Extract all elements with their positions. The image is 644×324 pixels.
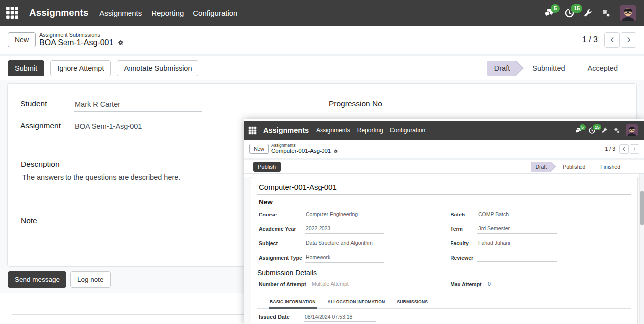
inner-user-avatar[interactable] xyxy=(626,124,638,136)
inner-window: Assignments Assignments Reporting Config… xyxy=(244,119,644,324)
batch-label: Batch xyxy=(451,211,477,217)
inner-messages-badge: 5 xyxy=(580,124,586,131)
pager-count: 1 / 3 xyxy=(582,35,598,44)
submission-details-heading: Submission Details xyxy=(258,269,631,277)
menu-reporting[interactable]: Reporting xyxy=(151,9,184,17)
academic-year-field[interactable]: 2022-2023 xyxy=(305,225,384,234)
inner-breadcrumb-parent[interactable]: Assignments xyxy=(271,143,338,148)
inner-pager-previous-button[interactable] xyxy=(619,144,629,154)
inner-main-menu: Assignments Reporting Configuration xyxy=(316,127,425,134)
description-label: Description xyxy=(21,160,60,169)
term-field[interactable]: 3rd Semester xyxy=(477,225,557,234)
settings-gears-icon[interactable] xyxy=(602,9,610,17)
status-accepted[interactable]: Accepted xyxy=(580,61,625,76)
tab-submissions[interactable]: SUBMISSIONS xyxy=(396,297,429,309)
reviewer-label: Reviewer xyxy=(451,254,477,261)
issued-date-field[interactable]: 08/14/2024 07:53:18 xyxy=(304,314,376,322)
inner-menu-assignments[interactable]: Assignments xyxy=(316,127,350,134)
issued-date-label: Issued Date xyxy=(259,314,304,322)
outer-action-bar: Submit Ignore Attempt Annotate Submissio… xyxy=(0,56,644,80)
chevron-right-icon xyxy=(632,146,637,152)
inner-menu-configuration[interactable]: Configuration xyxy=(390,127,425,134)
user-avatar[interactable] xyxy=(620,5,636,21)
note-label: Note xyxy=(21,216,37,225)
inner-scrollbar-track[interactable] xyxy=(639,174,644,324)
tab-basic-information[interactable]: BASIC INFORMATION xyxy=(269,297,317,309)
status-draft[interactable]: Draft xyxy=(487,61,516,76)
activities-clock-icon[interactable]: 15 xyxy=(564,8,575,18)
new-button[interactable]: New xyxy=(8,32,36,47)
student-field[interactable]: Mark R Carter xyxy=(74,100,202,112)
pager-previous-button[interactable] xyxy=(604,32,620,48)
status-bar: Draft Submitted Accepted xyxy=(487,61,636,76)
apps-grid-icon[interactable] xyxy=(6,6,19,19)
inner-breadcrumb-current: Computer-001-Asg-001 xyxy=(271,148,331,154)
inner-pager-next-button[interactable] xyxy=(630,144,639,154)
inner-messages-icon[interactable]: 5 xyxy=(575,127,582,134)
number-of-attempt-label: Number of Attempt xyxy=(259,281,311,287)
inner-activities-clock-icon[interactable]: 15 xyxy=(588,127,596,134)
inner-status-published[interactable]: Published xyxy=(557,162,591,172)
outer-navbar-systray: 5 15 xyxy=(544,5,639,21)
app-name[interactable]: Assignments xyxy=(29,7,88,18)
send-message-button[interactable]: Send message xyxy=(8,271,66,288)
assignment-form-sheet: Computer-001-Asg-001 New CourseComputer … xyxy=(251,177,638,324)
publish-button[interactable]: Publish xyxy=(253,162,281,172)
ignore-attempt-button[interactable]: Ignore Attempt xyxy=(50,60,111,76)
inner-status-bar: Draft Published Finished xyxy=(531,162,635,172)
messages-icon[interactable]: 5 xyxy=(544,8,555,18)
inner-breadcrumb-bar: New Assignments Computer-001-Asg-001 1 /… xyxy=(244,140,644,158)
inner-record-actions-gear-icon[interactable] xyxy=(333,149,338,154)
assignment-type-field[interactable]: Homework xyxy=(305,254,384,263)
outer-breadcrumb-bar: New Assignment Submissions BOA Sem-1-Asg… xyxy=(0,26,644,54)
reviewer-field[interactable] xyxy=(477,254,557,262)
inner-activities-badge: 15 xyxy=(593,124,601,131)
breadcrumb-parent[interactable]: Assignment Submissions xyxy=(39,32,124,38)
breadcrumb-current: BOA Sem-1-Asg-001 xyxy=(39,38,113,47)
inner-status-draft[interactable]: Draft xyxy=(531,162,551,172)
max-attempt-field[interactable]: 0 xyxy=(487,281,630,289)
term-label: Term xyxy=(451,225,477,232)
menu-assignments[interactable]: Assignments xyxy=(99,9,142,17)
annotate-submission-button[interactable]: Annotate Submission xyxy=(117,60,198,76)
inner-apps-grid-icon[interactable] xyxy=(248,126,257,135)
assignment-title-field[interactable]: Computer-001-Asg-001 xyxy=(257,182,631,195)
inner-app-name[interactable]: Assignments xyxy=(263,126,309,134)
inner-debug-wrench-icon[interactable] xyxy=(602,127,608,133)
inner-scrollbar-thumb[interactable] xyxy=(640,191,644,225)
course-field[interactable]: Computer Engineering xyxy=(305,211,384,219)
record-pager: 1 / 3 xyxy=(582,32,636,48)
submit-button[interactable]: Submit xyxy=(8,60,44,76)
course-label: Course xyxy=(259,211,305,217)
debug-wrench-icon[interactable] xyxy=(584,9,592,17)
chevron-right-icon xyxy=(625,36,633,44)
pager-next-button[interactable] xyxy=(621,32,636,48)
log-note-button[interactable]: Log note xyxy=(70,271,111,288)
faculty-field[interactable]: Fahad Juhani xyxy=(477,240,557,248)
inner-settings-gears-icon[interactable] xyxy=(614,127,620,133)
menu-configuration[interactable]: Configuration xyxy=(193,9,237,17)
subject-label: Subject xyxy=(259,240,305,246)
batch-field[interactable]: COMP Batch xyxy=(477,211,557,219)
tab-allocation-infomation[interactable]: ALLOCATION INFOMATION xyxy=(327,297,386,309)
inner-menu-reporting[interactable]: Reporting xyxy=(357,127,383,134)
status-submitted[interactable]: Submitted xyxy=(525,61,572,76)
progression-no-field[interactable] xyxy=(405,100,529,113)
max-attempt-label: Max Attempt xyxy=(451,281,487,287)
inner-breadcrumb: Assignments Computer-001-Asg-001 xyxy=(271,143,338,154)
record-actions-gear-icon[interactable] xyxy=(117,39,124,46)
inner-status-finished[interactable]: Finished xyxy=(595,162,626,172)
inner-new-button[interactable]: New xyxy=(249,144,269,154)
progression-no-label: Progression No xyxy=(329,99,382,108)
subject-field[interactable]: Data Structure and Algorithm xyxy=(305,240,384,248)
number-of-attempt-field[interactable]: Multiple Attempt xyxy=(311,281,438,289)
assignment-fields: CourseComputer Engineering BatchCOMP Bat… xyxy=(257,210,631,263)
chevron-left-icon xyxy=(608,36,616,44)
assignment-label: Assignment xyxy=(20,121,61,130)
chevron-left-icon xyxy=(621,146,627,152)
assignment-type-label: Assignment Type xyxy=(259,254,305,261)
inner-top-navbar: Assignments Assignments Reporting Config… xyxy=(244,121,644,140)
assignment-field[interactable]: BOA Sem-1-Asg-001 xyxy=(74,122,202,134)
inner-content: Computer-001-Asg-001 New CourseComputer … xyxy=(244,177,644,324)
submission-details-fields: Number of AttemptMultiple Attempt Max At… xyxy=(257,281,631,289)
